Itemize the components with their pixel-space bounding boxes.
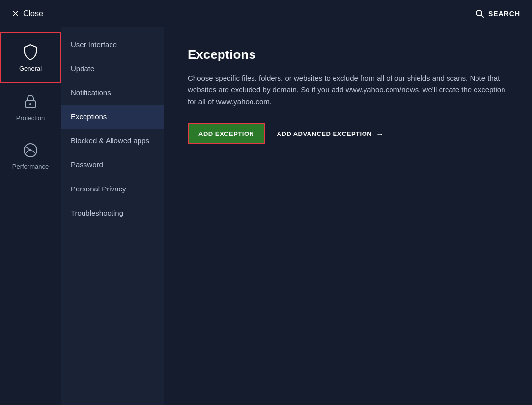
sidebar-item-general-label: General [19, 65, 42, 72]
icon-sidebar: General Protection Performance [0, 27, 61, 405]
sidebar-item-protection-label: Protection [16, 114, 45, 122]
add-advanced-label: ADD ADVANCED EXCEPTION [277, 130, 372, 137]
close-icon: ✕ [12, 8, 19, 19]
arrow-icon: → [376, 130, 384, 138]
svg-line-1 [481, 15, 483, 18]
main-content: Exceptions Choose specific files, folder… [164, 27, 532, 405]
add-exception-button[interactable]: ADD EXCEPTION [188, 123, 265, 144]
submenu-item-user-interface[interactable]: User Interface [61, 32, 164, 56]
svg-point-3 [29, 103, 31, 105]
shield-icon [22, 43, 39, 61]
page-title: Exceptions [188, 47, 508, 62]
submenu-item-personal-privacy[interactable]: Personal Privacy [61, 177, 164, 201]
sidebar-item-performance[interactable]: Performance [0, 132, 61, 180]
close-label: Close [23, 9, 43, 18]
submenu-item-notifications[interactable]: Notifications [61, 81, 164, 105]
submenu-item-update[interactable]: Update [61, 56, 164, 81]
lock-icon [22, 93, 39, 110]
content-description: Choose specific files, folders, or websi… [188, 72, 508, 108]
close-button[interactable]: ✕ Close [12, 8, 43, 19]
search-label: SEARCH [488, 10, 520, 18]
add-advanced-exception-button[interactable]: ADD ADVANCED EXCEPTION → [277, 130, 384, 138]
main-layout: General Protection Performance User Inte… [0, 27, 532, 405]
submenu-item-exceptions[interactable]: Exceptions [61, 105, 164, 129]
submenu-item-blocked-allowed[interactable]: Blocked & Allowed apps [61, 129, 164, 153]
sidebar-item-general[interactable]: General [0, 32, 61, 83]
sidebar-item-protection[interactable]: Protection [0, 83, 61, 132]
gauge-icon [22, 141, 39, 159]
actions-row: ADD EXCEPTION ADD ADVANCED EXCEPTION → [188, 123, 508, 144]
top-bar: ✕ Close SEARCH [0, 0, 532, 27]
search-icon [476, 9, 484, 18]
search-area[interactable]: SEARCH [476, 9, 520, 18]
submenu-item-password[interactable]: Password [61, 153, 164, 177]
sub-sidebar: User Interface Update Notifications Exce… [61, 27, 164, 405]
submenu-item-troubleshooting[interactable]: Troubleshooting [61, 201, 164, 225]
sidebar-item-performance-label: Performance [12, 163, 49, 170]
